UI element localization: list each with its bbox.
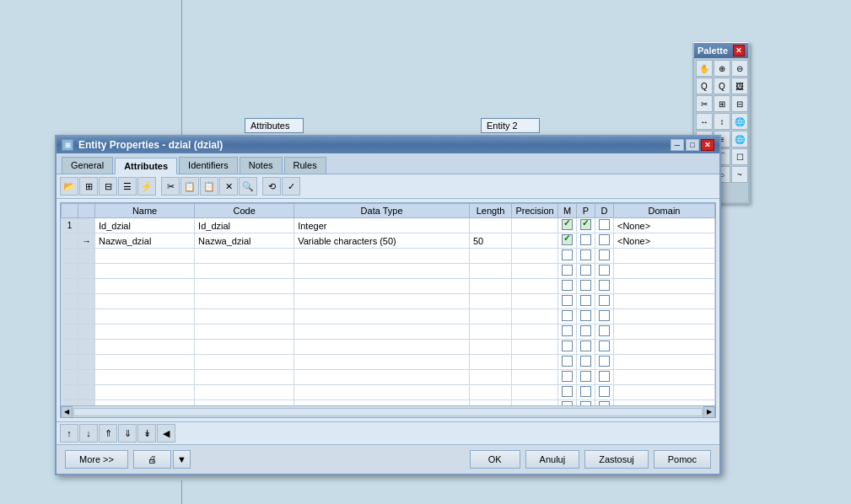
empty-row-m[interactable] [558,355,577,370]
palette-btn-arrow2[interactable]: ↕ [714,113,730,130]
row1-p[interactable] [577,218,595,233]
row2-d[interactable] [595,233,614,249]
empty-row-name[interactable] [95,249,195,264]
empty-row-p[interactable] [577,324,595,340]
empty-row-name[interactable] [95,309,195,324]
empty-row-length[interactable] [470,309,512,324]
empty-row-m[interactable] [558,309,577,324]
tab-attributes[interactable]: Attributes [115,158,177,174]
toolbar-add-row-btn[interactable]: ⊞ [79,177,98,196]
empty-row-m[interactable] [558,279,577,294]
empty-table-row[interactable] [62,294,715,309]
row2-domain[interactable]: <None> [614,233,715,249]
empty-row-m[interactable] [558,400,577,406]
empty-row-p[interactable] [577,309,595,324]
tab-notes[interactable]: Notes [240,157,283,174]
empty-row-p[interactable] [577,355,595,370]
horizontal-scrollbar[interactable]: ◀ ▶ [61,405,715,417]
empty-row-m[interactable] [558,324,577,340]
empty-row-name[interactable] [95,264,195,279]
empty-row-domain[interactable] [614,385,715,400]
palette-btn-wave[interactable]: ~ [731,166,748,183]
table-row[interactable]: → Nazwa_dzial Nazwa_dzial Variable chara… [62,233,715,249]
empty-row-domain[interactable] [614,355,715,370]
empty-row-code[interactable] [195,370,294,385]
scroll-left-btn[interactable]: ◀ [61,406,73,418]
empty-row-code[interactable] [195,340,294,355]
palette-btn-zoom-in[interactable]: ⊕ [714,60,730,77]
palette-btn-grid2[interactable]: ⊟ [731,95,748,112]
empty-row-name[interactable] [95,294,195,309]
move-down-btn[interactable]: ↓ [79,424,98,442]
empty-row-length[interactable] [470,264,512,279]
empty-row-p[interactable] [577,400,595,406]
empty-row-code[interactable] [195,309,294,324]
empty-table-row[interactable] [62,249,715,264]
palette-btn-zoom-out[interactable]: ⊖ [731,60,748,77]
row1-length[interactable] [470,218,512,233]
empty-row-precision[interactable] [512,385,558,400]
move-down2-btn[interactable]: ↡ [137,424,156,442]
row2-m[interactable] [558,233,577,249]
empty-row-datatype[interactable] [294,279,470,294]
scroll-track[interactable] [73,408,703,416]
empty-row-name[interactable] [95,355,195,370]
empty-row-d[interactable] [595,385,614,400]
toolbar-copy-btn[interactable]: 📋 [180,177,199,196]
tab-general[interactable]: General [62,157,113,174]
row2-datatype[interactable]: Variable characters (50) [294,233,470,249]
empty-row-length[interactable] [470,355,512,370]
row2-name[interactable]: Nazwa_dzial [95,233,195,249]
empty-row-domain[interactable] [614,324,715,340]
empty-row-precision[interactable] [512,324,558,340]
empty-row-d[interactable] [595,264,614,279]
print-button[interactable]: 🖨 [133,450,171,469]
empty-row-datatype[interactable] [294,264,470,279]
empty-table-row[interactable] [62,324,715,340]
row1-code[interactable]: Id_dzial [195,218,294,233]
empty-table-row[interactable] [62,400,715,406]
palette-btn-globe[interactable]: 🌐 [731,113,748,130]
empty-row-precision[interactable] [512,249,558,264]
empty-row-domain[interactable] [614,370,715,385]
row1-d[interactable] [595,218,614,233]
attributes-table-wrapper[interactable]: Name Code Data Type Length Precision M P… [61,203,715,405]
empty-row-d[interactable] [595,309,614,324]
empty-row-length[interactable] [470,249,512,264]
row1-m[interactable] [558,218,577,233]
row1-datatype[interactable]: Integer [294,218,470,233]
empty-table-row[interactable] [62,355,715,370]
toolbar-properties-btn[interactable]: ⚡ [137,177,156,196]
empty-row-domain[interactable] [614,264,715,279]
empty-row-d[interactable] [595,340,614,355]
empty-row-length[interactable] [470,370,512,385]
empty-row-domain[interactable] [614,340,715,355]
row2-precision[interactable] [512,233,558,249]
empty-row-p[interactable] [577,264,595,279]
move-left-btn[interactable]: ◀ [157,424,175,442]
empty-row-code[interactable] [195,400,294,406]
tab-identifiers[interactable]: Identifiers [179,157,238,174]
empty-table-row[interactable] [62,370,715,385]
palette-btn-globe2[interactable]: 🌐 [731,131,748,147]
empty-row-length[interactable] [470,294,512,309]
palette-close-button[interactable]: ✕ [733,45,745,56]
empty-table-row[interactable] [62,340,715,355]
empty-row-code[interactable] [195,385,294,400]
empty-row-d[interactable] [595,294,614,309]
print-dropdown-button[interactable]: ▼ [173,450,191,469]
empty-row-precision[interactable] [512,370,558,385]
empty-row-name[interactable] [95,385,195,400]
dialog-minimize-button[interactable]: ─ [671,139,684,151]
cancel-button[interactable]: Anuluj [525,450,580,469]
table-row[interactable]: 1 Id_dzial Id_dzial Integer <None> [62,218,715,233]
toolbar-paste-btn[interactable]: 📋 [200,177,218,196]
palette-btn-rect[interactable]: ☐ [731,148,748,165]
empty-row-precision[interactable] [512,340,558,355]
toolbar-list-btn[interactable]: ☰ [118,177,137,196]
help-button[interactable]: Pomoc [654,450,711,469]
empty-row-code[interactable] [195,279,294,294]
empty-table-row[interactable] [62,385,715,400]
empty-row-m[interactable] [558,370,577,385]
row2-length[interactable]: 50 [470,233,512,249]
